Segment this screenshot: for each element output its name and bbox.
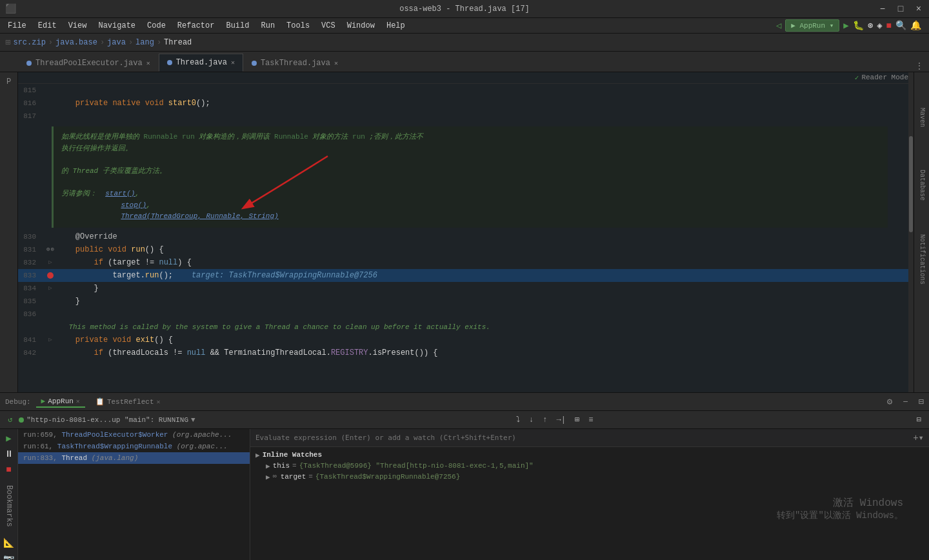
expand-this[interactable]: ▶ <box>266 462 270 470</box>
menu-help[interactable]: Help <box>381 20 410 32</box>
code-editor[interactable]: ✓ Reader Mode 815 816 private native voi… <box>18 72 914 392</box>
close-button[interactable]: × <box>914 4 924 14</box>
tab-close[interactable]: ✕ <box>231 59 235 66</box>
add-watch-btn[interactable]: + <box>913 433 918 443</box>
var-target-name: target <box>281 473 306 481</box>
code-line-842: 842 if (threadLocals != null && Terminat… <box>18 346 914 359</box>
call-stack-item-3[interactable]: run:833, Thread (java.lang) <box>18 452 250 464</box>
call-stack-item-1[interactable]: run:659, ThreadPoolExecutor$Worker (org.… <box>18 429 250 441</box>
debug-restart-btn[interactable]: ↺ <box>5 414 15 426</box>
fold-arrow-832[interactable]: ▷ <box>48 259 52 266</box>
menu-refactor[interactable]: Refactor <box>172 20 220 32</box>
stop-btn[interactable]: ■ <box>6 465 11 475</box>
testreflect-icon: 📋 <box>95 397 105 406</box>
step-into-btn[interactable]: ↓ <box>526 414 536 426</box>
notification-icon[interactable]: 🔔 <box>910 20 921 31</box>
tab-taskthread[interactable]: TaskThread.java ✕ <box>243 54 346 72</box>
frames-btn2[interactable]: ≡ <box>586 414 595 426</box>
debug-panel: Debug: ▶ AppRun ✕ 📋 TestReflect ✕ ⚙ − ⊟ … <box>0 392 929 560</box>
watches-layout-btn[interactable]: ⊟ <box>914 414 924 426</box>
green-arrow-left[interactable]: ◁ <box>776 20 781 31</box>
javadoc-line1: 如果此线程是使用单独的 Runnable run 对象构造的，则调用该 Runn… <box>61 132 880 143</box>
editor-scrollbar[interactable] <box>908 72 914 392</box>
breadcrumb-java[interactable]: java <box>107 38 126 47</box>
window-controls: − □ × <box>877 4 924 14</box>
debug-settings-icon[interactable]: ⚙ <box>887 396 892 407</box>
reader-mode-checkmark: ✓ <box>855 74 859 82</box>
frames-btn[interactable]: ⊞ <box>572 414 582 426</box>
javadoc-seealso3: Thread(ThreadGroup, Runnable, String) <box>61 211 880 223</box>
search-everywhere[interactable]: 🔍 <box>895 20 906 31</box>
running-filter-icon[interactable]: ▼ <box>191 416 195 424</box>
editor-tabs: ThreadPoolExecutor.java ✕ Thread.java ✕ … <box>0 52 929 72</box>
run-icon[interactable]: ▶ <box>843 20 848 31</box>
menu-view[interactable]: View <box>63 20 92 32</box>
fold-834[interactable]: ▷ <box>48 285 52 292</box>
left-panel: P <box>0 72 18 392</box>
inline-watches-header[interactable]: ▶ Inline Watches <box>250 450 929 461</box>
bookmarks-label[interactable]: Bookmarks <box>5 485 14 527</box>
run-to-cursor-btn[interactable]: →| <box>554 414 568 426</box>
camera-icon[interactable]: 📷 <box>3 554 14 560</box>
tabs-more-button[interactable]: ⋮ <box>915 61 924 72</box>
debug-tab-apprun[interactable]: ▶ AppRun ✕ <box>36 395 85 408</box>
debug-icon[interactable]: 🐛 <box>853 20 864 31</box>
var-target[interactable]: ▶ ∞ target = {TaskThread$WrappingRunnabl… <box>250 472 929 483</box>
menu-edit[interactable]: Edit <box>33 20 62 32</box>
variables-list: ▶ Inline Watches ▶ this = {TaskThread@59… <box>250 447 929 560</box>
resume-btn[interactable]: ▶ <box>6 433 11 444</box>
title-bar-left: ⬛ <box>5 3 16 14</box>
structure-icon[interactable]: 📐 <box>3 537 14 548</box>
breakpoint-833[interactable] <box>47 272 54 279</box>
maven-icon[interactable]: Maven <box>914 98 929 137</box>
eval-expand-btn[interactable]: ▾ <box>919 432 924 443</box>
fold-arrow-831[interactable]: ⊙ <box>46 246 50 253</box>
debug-tab-testreflect[interactable]: 📋 TestReflect ✕ <box>90 396 166 407</box>
debug-main: ▶ ⏸ ■ Bookmarks 📐 📷 run:659, ThreadPoolE… <box>0 429 929 560</box>
maximize-button[interactable]: □ <box>895 4 906 14</box>
debug-tabs-row: Debug: ▶ AppRun ✕ 📋 TestReflect ✕ ⚙ − ⊟ <box>0 393 929 411</box>
var-this[interactable]: ▶ this = {TaskThread@5996} "Thread[http-… <box>250 461 929 472</box>
breadcrumb-srczip[interactable]: src.zip <box>13 38 45 47</box>
running-dot <box>19 417 24 423</box>
debug-tab-apprun-close[interactable]: ✕ <box>76 397 80 405</box>
menu-navigate[interactable]: Navigate <box>93 20 141 32</box>
menu-window[interactable]: Window <box>342 20 380 32</box>
menu-vcs[interactable]: VCS <box>316 20 341 32</box>
notifications-icon[interactable]: Notifications <box>914 234 929 285</box>
editor-row: P ✓ Reader Mode 815 816 private <box>0 72 929 392</box>
menu-code[interactable]: Code <box>142 20 171 32</box>
fold-841[interactable]: ▷ <box>48 336 52 343</box>
coverage-icon[interactable]: ⊛ <box>868 20 873 31</box>
project-icon[interactable]: P <box>2 75 16 89</box>
breadcrumb-javabase[interactable]: java.base <box>55 38 97 47</box>
minimize-button[interactable]: − <box>877 4 888 14</box>
menu-run[interactable]: Run <box>255 20 280 32</box>
tab-threadpoolexecutor[interactable]: ThreadPoolExecutor.java ✕ <box>18 54 159 72</box>
menu-file[interactable]: File <box>3 20 32 32</box>
breadcrumb-lang[interactable]: lang <box>135 38 154 47</box>
tab-thread[interactable]: Thread.java ✕ <box>159 54 243 72</box>
call-stack-item-2[interactable]: run:61, TaskThread$WrappingRunnable (org… <box>18 441 250 452</box>
expand-inline[interactable]: ▶ <box>255 451 260 459</box>
editor-scrollbar-thumb[interactable] <box>909 136 913 232</box>
tab-close[interactable]: ✕ <box>334 59 338 67</box>
run-button[interactable]: ▶ AppRun ▾ <box>785 19 839 32</box>
menu-tools[interactable]: Tools <box>281 20 315 32</box>
menu-build[interactable]: Build <box>221 20 254 32</box>
debug-tab-testreflect-close[interactable]: ✕ <box>157 398 161 406</box>
debug-minimize-icon[interactable]: − <box>903 397 908 407</box>
var-this-name: this <box>273 462 290 470</box>
tab-close[interactable]: ✕ <box>146 59 150 67</box>
eval-input[interactable] <box>255 434 913 442</box>
tab-dot <box>167 60 172 65</box>
stop-icon[interactable]: ■ <box>886 21 892 31</box>
step-over-btn[interactable]: ⤵ <box>514 414 523 426</box>
more-run-icon[interactable]: ◈ <box>877 20 882 31</box>
step-out-btn[interactable]: ↑ <box>540 414 550 426</box>
expand-target[interactable]: ▶ <box>266 473 270 481</box>
pause-btn[interactable]: ⏸ <box>5 449 14 459</box>
reader-mode-label[interactable]: Reader Mode <box>861 74 908 82</box>
debug-layout-icon[interactable]: ⊟ <box>919 396 924 407</box>
database-icon[interactable]: Database <box>914 163 929 208</box>
